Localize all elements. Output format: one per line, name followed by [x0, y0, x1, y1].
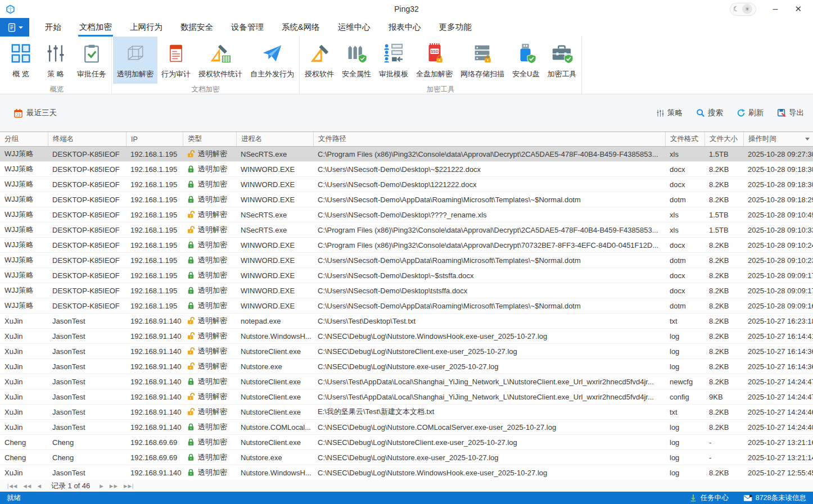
- prev-page-button[interactable]: ◀: [34, 483, 44, 489]
- sort-indicator-icon[interactable]: [805, 138, 810, 140]
- cell-process: NSecRTS.exe: [236, 207, 313, 222]
- last-page-button[interactable]: ▶▶|: [121, 483, 137, 489]
- security-attributes-button[interactable]: 安全属性: [338, 37, 375, 84]
- cell-terminal: DESKTOP-K85IEOF: [48, 177, 126, 192]
- app-menu-button[interactable]: [0, 18, 29, 37]
- cell-ip: 192.168.1.195: [126, 298, 183, 313]
- column-header-ip[interactable]: IP: [126, 132, 183, 146]
- cell-time: 2025-10-28 09:09:17: [743, 268, 813, 283]
- cell-format: dotm: [665, 192, 704, 207]
- cell-type: 透明加密: [183, 253, 236, 267]
- column-header-group[interactable]: 分组: [0, 132, 48, 146]
- cell-ip: 192.168.91.140: [126, 359, 183, 374]
- cell-terminal: DESKTOP-K85IEOF: [48, 207, 126, 222]
- column-header-terminal[interactable]: 终端名: [48, 132, 126, 146]
- table-row[interactable]: XuJin JasonTest 192.168.91.140 透明解密 Nuts…: [0, 405, 813, 420]
- tab-ops-center[interactable]: 运维中心: [329, 18, 380, 37]
- secure-usb-button[interactable]: 安全U盘: [508, 37, 543, 84]
- minimize-button[interactable]: –: [773, 4, 778, 14]
- table-row[interactable]: WJJ策略 DESKTOP-K85IEOF 192.168.1.195 透明加密…: [0, 298, 813, 314]
- lock-icon: [187, 347, 195, 355]
- encryption-tools-button[interactable]: 加密工具: [543, 37, 580, 84]
- tab-report-center[interactable]: 报表中心: [380, 18, 430, 37]
- full-disk-codec-button[interactable]: SSD 全盘加解密: [412, 37, 457, 84]
- close-button[interactable]: ✕: [794, 4, 802, 14]
- approval-templates-button[interactable]: 审批模板: [375, 37, 412, 84]
- moon-icon[interactable]: ☾: [733, 6, 739, 12]
- tab-start[interactable]: 开始: [36, 18, 70, 37]
- transparent-codec-button[interactable]: 透明加解密: [113, 37, 157, 84]
- unread-messages-button[interactable]: 8728条未读信息: [743, 493, 806, 503]
- cell-time: 2025-10-27 14:24:47: [743, 374, 813, 389]
- tab-document-encryption[interactable]: 文档加密: [70, 18, 121, 37]
- lock-icon: [187, 180, 195, 188]
- tab-device-management[interactable]: 设备管理: [222, 18, 273, 37]
- next-fast-button[interactable]: ▶▶: [107, 483, 121, 489]
- date-filter-button[interactable]: 23 最近三天: [13, 108, 57, 118]
- licensed-software-button[interactable]: 授权软件: [301, 37, 338, 84]
- table-row[interactable]: XuJin JasonTest 192.168.91.140 透明解密 Nuts…: [0, 389, 813, 405]
- cell-path: C:\NSEC\Debug\Log\NutstoreClient.exe-use…: [313, 344, 665, 358]
- tab-more-features[interactable]: 更多功能: [430, 18, 481, 37]
- overview-button[interactable]: 概 览: [3, 37, 38, 84]
- pagination-bar: |◀◀ ◀◀ ◀ 记录 1 of 46 ▶ ▶▶ ▶▶|: [0, 480, 813, 492]
- paper-plane-icon: [260, 42, 284, 65]
- table-row[interactable]: WJJ策略 DESKTOP-K85IEOF 192.168.1.195 透明解密…: [0, 207, 813, 223]
- policy-button[interactable]: 策 略: [38, 37, 73, 84]
- table-row[interactable]: WJJ策略 DESKTOP-K85IEOF 192.168.1.195 透明加密…: [0, 192, 813, 207]
- cell-process: WINWORD.EXE: [236, 298, 313, 313]
- table-row[interactable]: WJJ策略 DESKTOP-K85IEOF 192.168.1.195 透明加密…: [0, 283, 813, 298]
- table-row[interactable]: XuJin JasonTest 192.168.91.140 透明解密 note…: [0, 314, 813, 329]
- licensed-software-stats-button[interactable]: 授权软件统计: [195, 37, 246, 84]
- cell-terminal: DESKTOP-K85IEOF: [48, 298, 126, 313]
- column-header-path[interactable]: 文件路径: [313, 132, 665, 146]
- table-row[interactable]: WJJ策略 DESKTOP-K85IEOF 192.168.1.195 透明加密…: [0, 177, 813, 192]
- table-row[interactable]: WJJ策略 DESKTOP-K85IEOF 192.168.1.195 透明解密…: [0, 223, 813, 238]
- search-button[interactable]: 搜索: [696, 108, 723, 118]
- cell-terminal: JasonTest: [48, 374, 126, 389]
- behavior-audit-button[interactable]: 行为审计: [157, 37, 195, 84]
- table-row[interactable]: XuJin JasonTest 192.168.91.140 透明加密 Nuts…: [0, 465, 813, 480]
- tab-system-network[interactable]: 系统&网络: [273, 18, 329, 37]
- column-header-type[interactable]: 类型: [183, 132, 236, 146]
- table-row[interactable]: WJJ策略 DESKTOP-K85IEOF 192.168.1.195 透明解密…: [0, 147, 813, 162]
- tab-internet-behavior[interactable]: 上网行为: [121, 18, 171, 37]
- table-row[interactable]: Cheng Cheng 192.168.69.69 透明加密 NutstoreC…: [0, 435, 813, 450]
- policy-action-button[interactable]: 策略: [656, 108, 683, 118]
- table-row[interactable]: WJJ策略 DESKTOP-K85IEOF 192.168.1.195 透明加密…: [0, 238, 813, 253]
- cell-path: C:\Users\Test\AppData\Local\Shanghai_YiJ…: [313, 389, 665, 404]
- network-storage-scan-button[interactable]: 网络存储扫描: [457, 37, 508, 84]
- table-row[interactable]: XuJin JasonTest 192.168.91.140 透明解密 Nuts…: [0, 359, 813, 374]
- export-button[interactable]: 导出: [777, 108, 804, 118]
- column-header-process[interactable]: 进程名: [236, 132, 313, 146]
- column-header-size[interactable]: 文件大小: [704, 132, 743, 146]
- table-row[interactable]: XuJin JasonTest 192.168.91.140 透明解密 Nuts…: [0, 344, 813, 359]
- theme-toggle[interactable]: ☾ ☀: [730, 3, 756, 16]
- table-row[interactable]: WJJ策略 DESKTOP-K85IEOF 192.168.1.195 透明加密…: [0, 268, 813, 283]
- cell-format: dotm: [665, 253, 704, 267]
- approval-tasks-button[interactable]: 审批任务: [73, 37, 110, 84]
- table-row[interactable]: XuJin JasonTest 192.168.91.140 透明解密 Nuts…: [0, 329, 813, 344]
- self-outgoing-button[interactable]: 自主外发行为: [246, 37, 298, 84]
- lock-icon: [187, 271, 195, 279]
- table-row[interactable]: WJJ策略 DESKTOP-K85IEOF 192.168.1.195 透明加密…: [0, 253, 813, 268]
- table-row[interactable]: Cheng Cheng 192.168.69.69 透明加密 Nutstore.…: [0, 450, 813, 465]
- table-row[interactable]: XuJin JasonTest 192.168.91.140 透明加密 Nuts…: [0, 420, 813, 435]
- next-page-button[interactable]: ▶: [97, 483, 107, 489]
- prev-fast-button[interactable]: ◀◀: [20, 483, 34, 489]
- task-center-button[interactable]: 任务中心: [689, 493, 729, 503]
- column-header-format[interactable]: 文件格式: [665, 132, 704, 146]
- cell-type: 透明解密: [183, 223, 236, 237]
- table-row[interactable]: WJJ策略 DESKTOP-K85IEOF 192.168.1.195 透明加密…: [0, 162, 813, 177]
- refresh-button[interactable]: 刷新: [737, 108, 764, 118]
- lock-icon: [187, 362, 195, 370]
- column-header-time[interactable]: 操作时间: [743, 132, 813, 146]
- cell-group: XuJin: [0, 405, 48, 419]
- lock-icon: [187, 378, 195, 385]
- cell-size: 8.2KB: [704, 329, 743, 343]
- first-page-button[interactable]: |◀◀: [4, 483, 20, 489]
- sun-icon[interactable]: ☀: [742, 4, 752, 14]
- table-row[interactable]: XuJin JasonTest 192.168.91.140 透明加密 Nuts…: [0, 374, 813, 389]
- cell-ip: 192.168.69.69: [126, 435, 183, 449]
- tab-data-security[interactable]: 数据安全: [171, 18, 222, 37]
